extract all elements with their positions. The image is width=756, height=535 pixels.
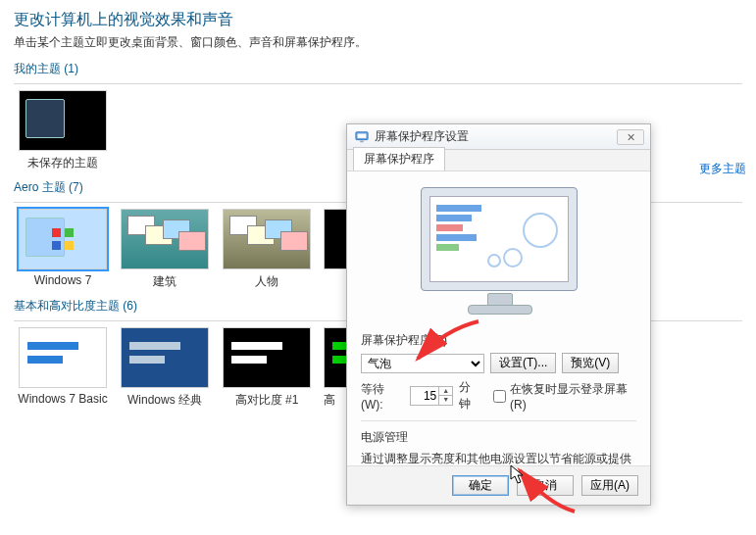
group-label-saver: 屏幕保护程序(S) [361,332,636,349]
theme-item-hc1[interactable]: 高对比度 #1 [222,327,312,409]
svg-rect-1 [358,133,367,137]
screensaver-dialog: 屏幕保护程序设置 ✕ 屏幕保护程序 屏幕保护程序(S) 气泡 设置(T)... … [346,123,651,506]
theme-label: 建筑 [153,273,176,290]
preview-button[interactable]: 预览(V) [562,353,619,373]
theme-label: Windows 经典 [127,392,202,409]
theme-label: 未保存的主题 [27,155,98,171]
wait-unit: 分钟 [459,379,481,413]
spin-down-icon[interactable]: ▼ [438,396,452,405]
more-themes-link[interactable]: 更多主题 [699,161,746,177]
theme-item-architecture[interactable]: 建筑 [120,209,210,290]
spin-up-icon[interactable]: ▲ [438,387,452,396]
page-subtitle: 单击某个主题立即更改桌面背景、窗口颜色、声音和屏幕保护程序。 [14,34,742,51]
section-head-my-themes: 我的主题 (1) [14,59,742,81]
page-title: 更改计算机上的视觉效果和声音 [14,10,742,30]
theme-label: 人物 [255,273,278,290]
settings-button[interactable]: 设置(T)... [490,353,556,373]
screensaver-select[interactable]: 气泡 [361,354,484,373]
resume-login-input[interactable] [493,390,506,403]
resume-login-label: 在恢复时显示登录屏幕(R) [510,381,636,412]
theme-item-win7basic[interactable]: Windows 7 Basic [18,327,108,409]
dialog-footer: 确定 取消 应用(A) [347,465,650,505]
theme-item-classic[interactable]: Windows 经典 [120,327,210,409]
dialog-title: 屏幕保护程序设置 [375,128,469,145]
cancel-button[interactable]: 取消 [517,475,574,496]
svg-rect-2 [360,140,364,142]
divider [361,420,636,421]
monitor-icon [355,130,369,144]
ok-button[interactable]: 确定 [452,475,509,496]
wait-spinner[interactable]: ▲ ▼ [410,386,453,406]
apply-button[interactable]: 应用(A) [581,475,638,496]
theme-item-people[interactable]: 人物 [222,209,312,290]
wait-input[interactable] [411,389,438,403]
resume-login-checkbox[interactable]: 在恢复时显示登录屏幕(R) [493,381,636,412]
theme-label: 高对比度 #1 [235,392,299,409]
pm-heading: 电源管理 [361,429,636,446]
theme-label: Windows 7 [34,273,92,287]
theme-item-unsaved[interactable]: 未保存的主题 [18,90,108,171]
divider [14,83,742,84]
wait-label: 等待(W): [361,381,404,412]
tabstrip: 屏幕保护程序 [347,150,650,171]
theme-label: 高 [324,392,335,409]
close-button[interactable]: ✕ [617,129,644,145]
theme-label: Windows 7 Basic [18,392,107,406]
pm-description: 通过调整显示亮度和其他电源设置以节省能源或提供最佳性能。 [361,450,636,465]
tab-screensaver[interactable]: 屏幕保护程序 [353,147,445,170]
close-icon: ✕ [627,131,635,143]
theme-item-win7[interactable]: Windows 7 [18,209,108,290]
screensaver-preview [403,181,595,324]
